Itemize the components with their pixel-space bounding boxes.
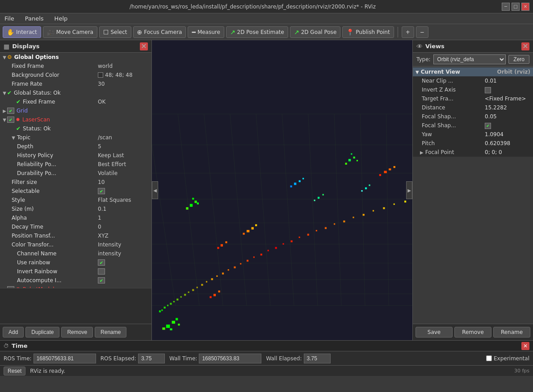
- title-bar: /home/yan/ros_ws/ros_leda/install/pf_des…: [0, 0, 533, 13]
- displays-close-button[interactable]: ✕: [140, 42, 148, 50]
- background-color-item[interactable]: Background Color 48; 48; 48: [0, 71, 151, 79]
- laserscan-item[interactable]: ▼ ✔ ✸ LaserScan: [0, 115, 151, 124]
- rename-view-button[interactable]: Rename: [493, 327, 530, 338]
- collapse-right-arrow[interactable]: ▶: [406, 181, 412, 199]
- svg-rect-26: [184, 294, 186, 296]
- remove-view-button[interactable]: Remove: [454, 327, 491, 338]
- focal-shape2-row[interactable]: Focal Shap... ✔: [413, 121, 533, 130]
- alpha-item[interactable]: Alpha 1: [0, 213, 151, 222]
- wall-time-input[interactable]: [199, 354, 261, 363]
- ros-time-label: ROS Time:: [4, 355, 32, 362]
- menu-file[interactable]: File: [3, 14, 16, 23]
- current-view-label: Current View: [421, 69, 460, 75]
- color-transform-item[interactable]: Color Transfor... Intensity: [0, 240, 151, 249]
- duplicate-display-button[interactable]: Duplicate: [25, 327, 59, 338]
- menu-panels[interactable]: Panels: [23, 14, 46, 23]
- pitch-row[interactable]: Pitch 0.620398: [413, 139, 533, 148]
- fixed-frame-status-item[interactable]: ✔ Fixed Frame OK: [0, 97, 151, 106]
- focal-shape2-check[interactable]: ✔: [485, 123, 491, 129]
- remove-panel-button[interactable]: −: [416, 26, 428, 38]
- svg-rect-49: [216, 275, 218, 277]
- focal-point-label: Focal Point: [425, 149, 485, 155]
- pose-estimate-button[interactable]: ↗ 2D Pose Estimate: [226, 26, 288, 38]
- measure-button[interactable]: ━ Measure: [188, 26, 224, 38]
- invert-z-check[interactable]: ✔: [485, 87, 491, 93]
- rename-display-button[interactable]: Rename: [95, 327, 126, 338]
- svg-rect-0: [152, 40, 412, 340]
- laserscan-status-item[interactable]: ✔ Status: Ok: [0, 124, 151, 133]
- wall-elapsed-input[interactable]: [304, 354, 331, 363]
- frame-rate-item[interactable]: Frame Rate 30: [0, 79, 151, 88]
- autocompute-check[interactable]: ✔: [98, 277, 105, 284]
- yaw-row[interactable]: Yaw 1.0904: [413, 130, 533, 139]
- ros-elapsed-input[interactable]: [138, 354, 165, 363]
- depth-item[interactable]: Depth 5: [0, 142, 151, 151]
- maximize-button[interactable]: □: [512, 3, 520, 11]
- svg-rect-67: [389, 168, 391, 170]
- svg-rect-22: [159, 310, 161, 312]
- move-camera-button[interactable]: 🎥 Move Camera: [43, 26, 97, 38]
- invert-rainbow-check[interactable]: ✔: [98, 268, 105, 275]
- reliability-item[interactable]: Reliability Po... Best Effort: [0, 160, 151, 169]
- ros-time-input[interactable]: [34, 354, 96, 363]
- add-panel-button[interactable]: +: [402, 26, 414, 38]
- focal-shape1-row[interactable]: Focal Shap... 0.05: [413, 112, 533, 121]
- channel-name-item[interactable]: Channel Name intensity: [0, 249, 151, 258]
- history-policy-item[interactable]: History Policy Keep Last: [0, 151, 151, 160]
- close-button[interactable]: ✕: [521, 3, 529, 11]
- invert-z-row[interactable]: Invert Z Axis ✔: [413, 85, 533, 94]
- invert-rainbow-item[interactable]: Invert Rainbow ✔: [0, 267, 151, 276]
- current-view-header[interactable]: ▼ Current View Orbit (rviz): [413, 67, 533, 76]
- collapse-left-arrow[interactable]: ◀: [152, 181, 158, 199]
- svg-rect-83: [318, 197, 319, 199]
- save-view-button[interactable]: Save: [415, 327, 453, 338]
- focal-point-row[interactable]: ▶ Focal Point 0; 0; 0: [413, 148, 533, 157]
- main-layout: ▦ Displays ✕ ▼ ⚙ Global Options Fixed Fr…: [0, 40, 533, 340]
- viewport[interactable]: ◀ ▶: [152, 40, 412, 340]
- target-frame-row[interactable]: Target Fra... <Fixed Frame>: [413, 94, 533, 103]
- laserscan-checkbox[interactable]: ✔: [7, 117, 14, 123]
- views-zero-button[interactable]: Zero: [508, 55, 529, 64]
- topic-value: /scan: [98, 134, 151, 141]
- svg-rect-46: [188, 292, 189, 293]
- global-status-item[interactable]: ▼ ✔ Global Status: Ok: [0, 88, 151, 97]
- selectable-check[interactable]: ✔: [98, 188, 105, 194]
- reset-button[interactable]: Reset: [4, 367, 25, 375]
- menu-help[interactable]: Help: [53, 14, 70, 23]
- experimental-checkbox[interactable]: [486, 355, 492, 361]
- filter-size-item[interactable]: Filter size 10: [0, 178, 151, 187]
- plus-icon: +: [406, 29, 410, 35]
- grid-checkbox[interactable]: ✔: [7, 108, 14, 114]
- add-display-button[interactable]: Add: [3, 327, 24, 338]
- use-rainbow-check[interactable]: ✔: [98, 259, 105, 266]
- global-options-item[interactable]: ▼ ⚙ Global Options: [0, 53, 151, 62]
- minimize-button[interactable]: ─: [502, 3, 510, 11]
- use-rainbow-item[interactable]: Use rainbow ✔: [0, 258, 151, 267]
- interact-button[interactable]: ✋ Interact: [3, 26, 41, 38]
- svg-rect-56: [316, 230, 317, 231]
- focus-camera-button[interactable]: ⊕ Focus Camera: [133, 26, 186, 38]
- style-item[interactable]: Style Flat Squares: [0, 196, 151, 204]
- autocompute-item[interactable]: Autocompute I... ✔: [0, 276, 151, 285]
- time-close-button[interactable]: ✕: [521, 342, 529, 350]
- robotmodel-item[interactable]: ▼ ✔ ⚙ RobotModel: [0, 285, 151, 288]
- publish-point-button[interactable]: 📍 Publish Point: [342, 26, 394, 38]
- grid-item[interactable]: ▶ ✔ Grid: [0, 106, 151, 115]
- views-type-select[interactable]: Orbit (rviz_defa: [433, 54, 506, 64]
- publish-icon: 📍: [346, 29, 354, 36]
- views-header: 👁 Views ✕: [413, 40, 533, 53]
- goal-pose-button[interactable]: ↗ 2D Goal Pose: [290, 26, 340, 38]
- durability-item[interactable]: Durability Po... Volatile: [0, 169, 151, 178]
- selectable-item[interactable]: Selectable ✔: [0, 187, 151, 196]
- remove-display-button[interactable]: Remove: [61, 327, 93, 338]
- position-transform-item[interactable]: Position Transf... XYZ: [0, 231, 151, 240]
- views-close-button[interactable]: ✕: [521, 42, 529, 50]
- minus-icon: −: [420, 29, 424, 35]
- fixed-frame-item[interactable]: Fixed Frame world: [0, 62, 151, 71]
- topic-item[interactable]: ▼ Topic /scan: [0, 133, 151, 142]
- size-item[interactable]: Size (m) 0.1: [0, 204, 151, 213]
- decay-time-item[interactable]: Decay Time 0: [0, 222, 151, 231]
- near-clip-row[interactable]: Near Clip ... 0.01: [413, 76, 533, 85]
- distance-row[interactable]: Distance 15.2282: [413, 103, 533, 112]
- select-button[interactable]: ☐ Select: [99, 26, 131, 38]
